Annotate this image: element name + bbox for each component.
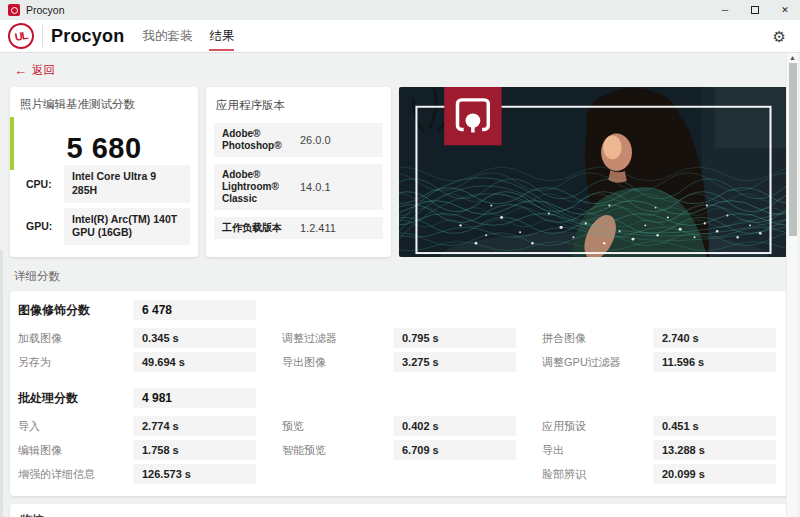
close-icon: ✕	[781, 5, 789, 15]
metric-value: 13.288 s	[653, 440, 776, 460]
score-accent-bar	[10, 117, 14, 170]
benchmark-hero-image	[399, 87, 790, 257]
batch-metrics: 导入 2.774 s 预览 0.402 s 应用预设 0.451 s 编辑图像 …	[18, 416, 782, 484]
score-card-title: 照片编辑基准测试分数	[20, 97, 190, 112]
app-versions-card: 应用程序版本 Adobe® Photoshop® 26.0.0 Adobe® L…	[206, 87, 391, 257]
brand-wordmark: Procyon	[51, 26, 124, 47]
metric-label: 应用预设	[516, 419, 653, 434]
metric-value: 0.402 s	[393, 416, 516, 436]
benchmark-score-card: 照片编辑基准测试分数 5 680 CPU: Intel Core Ultra 9…	[10, 87, 198, 257]
metric-value: 1.758 s	[133, 440, 256, 460]
batch-score-value: 4 981	[133, 388, 256, 408]
cpu-label: CPU:	[18, 178, 64, 190]
metric-label: 增强的详细信息	[18, 467, 133, 482]
app-version: 26.0.0	[300, 134, 331, 146]
retouching-score-label: 图像修饰分数	[18, 302, 133, 319]
metric-value-empty	[393, 464, 516, 484]
metric-value: 126.573 s	[133, 464, 256, 484]
retouching-score-row: 图像修饰分数 6 478	[18, 300, 782, 320]
version-row: 工作负载版本 1.2.411	[214, 217, 383, 239]
batch-score-label: 批处理分数	[18, 390, 133, 407]
monitoring-toggle-group: 显示额外信息	[659, 512, 756, 517]
details-section-title: 详细分数	[14, 269, 790, 284]
metric-label: 智能预览	[256, 443, 393, 458]
close-button[interactable]: ✕	[770, 0, 800, 20]
minimize-button[interactable]: ─	[710, 0, 740, 20]
app-name: 工作负载版本	[222, 222, 300, 234]
scroll-up-icon[interactable]: ▲	[787, 53, 798, 63]
app-logo-icon	[8, 4, 20, 16]
metric-label: 调整过滤器	[256, 331, 393, 346]
app-version: 1.2.411	[300, 222, 336, 234]
metric-value: 6.709 s	[393, 440, 516, 460]
metric-value: 2.774 s	[133, 416, 256, 436]
metric-label: 另存为	[18, 355, 133, 370]
retouching-score-value: 6 478	[133, 300, 256, 320]
metric-value: 0.451 s	[653, 416, 776, 436]
metric-label: 加载图像	[18, 331, 133, 346]
version-row: Adobe® Photoshop® 26.0.0	[214, 123, 383, 157]
monitoring-card: 监控 显示额外信息	[10, 504, 790, 517]
app-version: 14.0.1	[300, 181, 331, 193]
metric-value: 49.694 s	[133, 352, 256, 372]
system-specs: CPU: Intel Core Ultra 9 285H GPU: Intel(…	[18, 165, 190, 249]
detailed-scores-card: 图像修饰分数 6 478 加载图像 0.345 s 调整过滤器 0.795 s …	[10, 291, 790, 496]
navbar: UL Procyon 我的套装 结果 ⚙	[0, 20, 800, 53]
metric-label: 导出	[516, 443, 653, 458]
metric-value: 11.596 s	[653, 352, 776, 372]
metric-label: 拼合图像	[516, 331, 653, 346]
versions-card-title: 应用程序版本	[216, 98, 383, 113]
metric-label: 脸部辨识	[516, 467, 653, 482]
scrollbar-thumb[interactable]	[789, 63, 797, 236]
metric-label: 导出图像	[256, 355, 393, 370]
metric-value: 0.795 s	[393, 328, 516, 348]
hero-illustration	[399, 87, 790, 257]
metric-label: 导入	[18, 419, 133, 434]
gear-icon[interactable]: ⚙	[773, 29, 786, 44]
metric-value: 20.099 s	[653, 464, 776, 484]
metric-value: 2.740 s	[653, 328, 776, 348]
metric-label: 编辑图像	[18, 443, 133, 458]
window-controls: ─ ✕	[710, 0, 800, 20]
benchmark-score: 5 680	[18, 132, 190, 165]
titlebar: Procyon ─ ✕	[0, 0, 800, 20]
metric-label: 调整GPU过滤器	[516, 355, 653, 370]
gpu-label: GPU:	[18, 220, 64, 232]
minimize-icon: ─	[722, 5, 728, 15]
tab-results[interactable]: 结果	[209, 20, 234, 52]
retouching-group: 图像修饰分数 6 478 加载图像 0.345 s 调整过滤器 0.795 s …	[18, 300, 782, 372]
app-name: Adobe® Lightroom® Classic	[222, 169, 300, 205]
version-row: Adobe® Lightroom® Classic 14.0.1	[214, 164, 383, 210]
left-edge-strip	[0, 250, 3, 517]
cpu-row: CPU: Intel Core Ultra 9 285H	[18, 165, 190, 202]
window-title: Procyon	[26, 4, 65, 16]
nav-tabs: 我的套装 结果	[142, 20, 234, 52]
summary-row: 照片编辑基准测试分数 5 680 CPU: Intel Core Ultra 9…	[10, 87, 790, 257]
tab-my-suites[interactable]: 我的套装	[142, 20, 192, 52]
retouching-metrics: 加载图像 0.345 s 调整过滤器 0.795 s 拼合图像 2.740 s …	[18, 328, 782, 372]
cpu-value: Intel Core Ultra 9 285H	[64, 165, 190, 202]
gpu-value: Intel(R) Arc(TM) 140T GPU (16GB)	[64, 208, 190, 245]
back-link[interactable]: ← 返回	[14, 63, 55, 78]
back-arrow-icon: ←	[14, 64, 27, 77]
procyon-photo-logo-icon	[444, 87, 501, 145]
content: ← 返回 照片编辑基准测试分数 5 680 CPU: Intel Core Ul…	[0, 53, 800, 517]
gpu-row: GPU: Intel(R) Arc(TM) 140T GPU (16GB)	[18, 208, 190, 245]
metric-value: 3.275 s	[393, 352, 516, 372]
ul-logo-icon: UL	[6, 21, 36, 51]
app-name: Adobe® Photoshop®	[222, 128, 300, 152]
maximize-button[interactable]	[740, 0, 770, 20]
batch-score-row: 批处理分数 4 981	[18, 388, 782, 408]
maximize-icon	[751, 6, 759, 14]
back-label: 返回	[32, 63, 55, 78]
metric-label: 预览	[256, 419, 393, 434]
nav-divider	[42, 25, 43, 47]
batch-group: 批处理分数 4 981 导入 2.774 s 预览 0.402 s 应用预设 0…	[18, 388, 782, 484]
vertical-scrollbar[interactable]: ▲	[786, 53, 798, 517]
metric-value: 0.345 s	[133, 328, 256, 348]
monitoring-title: 监控	[20, 512, 44, 517]
